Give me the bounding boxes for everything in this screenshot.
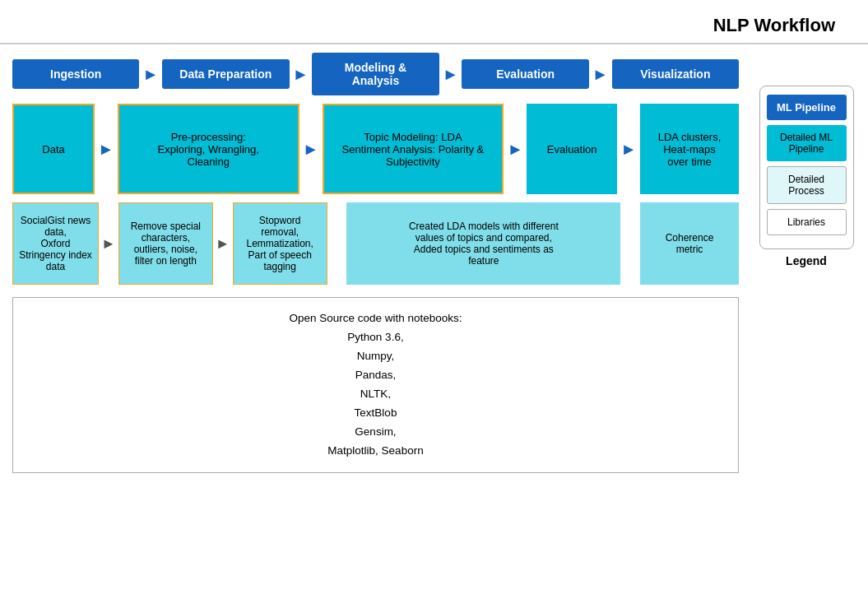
pipeline-stage-evaluation: Evaluation — [462, 59, 588, 89]
process-modeling: Topic Modeling: LDASentiment Analysis: P… — [323, 104, 504, 194]
detail-remove-special: Remove specialcharacters,outliers, noise… — [118, 202, 213, 285]
process-arrow-1: ► — [98, 140, 114, 159]
pipeline-stage-visualization: Visualization — [612, 59, 739, 89]
code-box: Open Source code with notebooks:Python 3… — [12, 297, 739, 473]
detail-coherence: Coherencemetric — [640, 202, 739, 285]
process-arrow-4: ► — [620, 140, 637, 159]
pipeline-row: Ingestion ► Data Preparation ► Modeling … — [8, 53, 743, 95]
legend-box: ML Pipeline Detailed MLPipeline Detailed… — [759, 86, 854, 249]
legend-detailed-process: Detailed Process — [767, 166, 847, 204]
arrow-1: ► — [142, 65, 159, 84]
detail-arrow-2: ► — [216, 235, 230, 253]
detail-socialgist: SocialGist newsdata,OxfordStringency ind… — [12, 202, 99, 285]
title-area: NLP Workflow — [0, 0, 868, 44]
process-evaluation: Evaluation — [527, 104, 617, 194]
detail-lda-models: Created LDA models with differentvalues … — [346, 202, 620, 285]
arrow-4: ► — [592, 65, 609, 84]
pipeline-stage-ingestion: Ingestion — [12, 59, 139, 89]
detail-row: SocialGist newsdata,OxfordStringency ind… — [8, 202, 743, 285]
process-data: Data — [12, 104, 95, 194]
process-arrow-2: ► — [303, 140, 319, 159]
legend-detailed-ml-pipeline: Detailed MLPipeline — [767, 125, 847, 161]
process-visualization: LDA clusters,Heat-mapsover time — [640, 104, 739, 194]
page-title: NLP Workflow — [0, 15, 835, 36]
arrow-2: ► — [293, 65, 309, 84]
legend-panel: ML Pipeline Detailed MLPipeline Detailed… — [753, 86, 860, 473]
legend-libraries: Libraries — [767, 209, 847, 235]
legend-title: Legend — [786, 254, 827, 267]
arrow-3: ► — [443, 65, 459, 84]
legend-ml-pipeline: ML Pipeline — [767, 95, 847, 120]
process-row: Data ► Pre-processing:Exploring, Wrangli… — [8, 104, 743, 194]
process-arrow-3: ► — [507, 140, 523, 159]
process-preprocess: Pre-processing:Exploring, Wrangling,Clea… — [118, 104, 299, 194]
pipeline-stage-data-prep: Data Preparation — [162, 59, 289, 89]
detail-stopword: Stopwordremoval,Lemmatization,Part of sp… — [233, 202, 327, 285]
pipeline-stage-modeling: Modeling & Analysis — [312, 53, 439, 95]
detail-arrow-1: ► — [101, 235, 116, 253]
